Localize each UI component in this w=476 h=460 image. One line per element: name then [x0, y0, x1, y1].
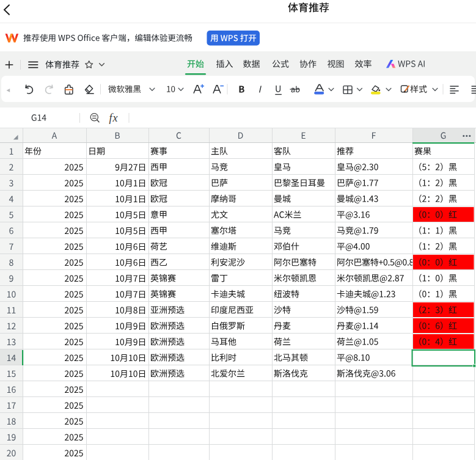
- svg-text:fx: fx: [109, 112, 119, 124]
